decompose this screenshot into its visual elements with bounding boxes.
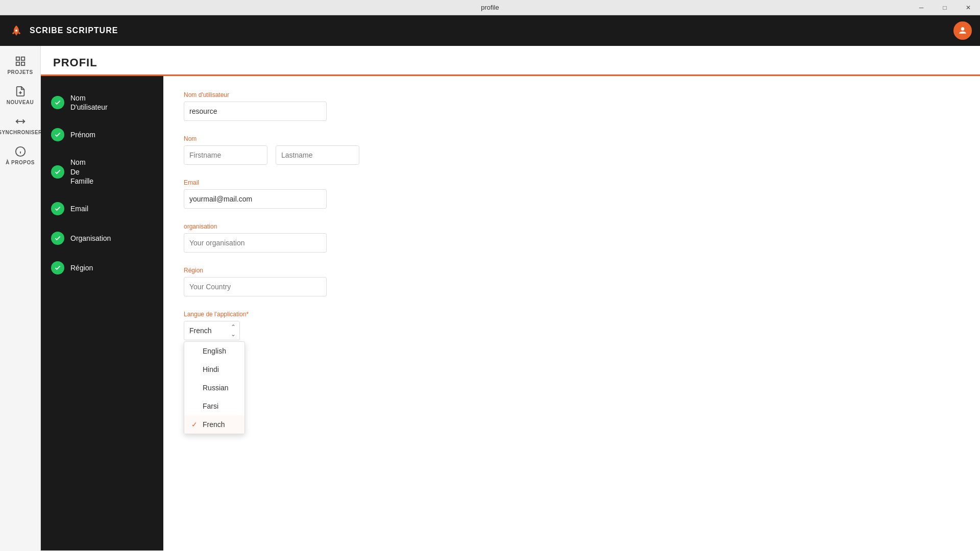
user-avatar[interactable] bbox=[953, 21, 972, 40]
name-row bbox=[184, 145, 960, 165]
region-input[interactable] bbox=[184, 277, 327, 296]
langue-dropdown: English Hindi Russian bbox=[184, 341, 245, 434]
profile-step-prenom[interactable]: Prénom bbox=[41, 121, 163, 148]
nom-section: Nom bbox=[184, 135, 960, 165]
username-section: Nom d'utilisateur bbox=[184, 91, 960, 121]
content-area: PROFIL NomD'utilisateur bbox=[41, 46, 980, 551]
dropdown-item-farsi[interactable]: Farsi bbox=[184, 397, 244, 415]
sync-icon bbox=[14, 115, 27, 128]
region-label: Région bbox=[184, 267, 960, 274]
profile-step-region[interactable]: Région bbox=[41, 254, 163, 282]
step-label-prenom: Prénom bbox=[70, 130, 95, 139]
username-label: Nom d'utilisateur bbox=[184, 91, 960, 98]
step-label-username: NomD'utilisateur bbox=[70, 93, 108, 112]
dropdown-label-russian: Russian bbox=[203, 384, 229, 392]
rocket-icon bbox=[8, 22, 24, 39]
dropdown-item-english[interactable]: English bbox=[184, 342, 244, 360]
langue-select-wrapper: French English Hindi Russian Farsi ⌃⌄ En… bbox=[184, 321, 240, 340]
svg-rect-4 bbox=[21, 62, 24, 65]
step-label-nom-famille: NomDeFamille bbox=[70, 158, 93, 186]
page-header: PROFIL bbox=[41, 46, 980, 76]
dropdown-label-hindi: Hindi bbox=[203, 365, 219, 373]
title-bar-controls: ─ □ ✕ bbox=[910, 0, 980, 15]
sidebar-label-projets: PROJETS bbox=[7, 69, 33, 75]
app-logo: SCRIBE SCRIPTURE bbox=[8, 22, 118, 39]
main-layout: PROJETS NOUVEAU SYNCHRONISE bbox=[0, 46, 980, 551]
minimize-button[interactable]: ─ bbox=[910, 0, 933, 15]
title-bar: profile ─ □ ✕ bbox=[0, 0, 980, 15]
step-check-username bbox=[51, 96, 64, 109]
svg-rect-1 bbox=[16, 57, 19, 60]
sidebar-item-apropos[interactable]: À PROPOS bbox=[3, 141, 38, 169]
svg-rect-2 bbox=[21, 57, 24, 60]
close-button[interactable]: ✕ bbox=[957, 0, 980, 15]
dropdown-item-russian[interactable]: Russian bbox=[184, 379, 244, 397]
sidebar: PROJETS NOUVEAU SYNCHRONISE bbox=[0, 46, 41, 551]
organisation-section: organisation bbox=[184, 223, 960, 253]
svg-point-0 bbox=[15, 30, 17, 32]
profile-step-email[interactable]: Email bbox=[41, 195, 163, 222]
maximize-button[interactable]: □ bbox=[933, 0, 957, 15]
lastname-input[interactable] bbox=[276, 145, 359, 165]
step-check-nom-famille bbox=[51, 165, 64, 179]
page-title: PROFIL bbox=[53, 56, 968, 69]
step-check-organisation bbox=[51, 232, 64, 245]
app-header: SCRIBE SCRIPTURE bbox=[0, 15, 980, 46]
profile-sidebar: NomD'utilisateur Prénom bbox=[41, 76, 163, 550]
info-icon bbox=[14, 145, 27, 158]
app-title: SCRIBE SCRIPTURE bbox=[30, 26, 118, 35]
step-label-region: Région bbox=[70, 263, 93, 272]
profile-step-nom-famille[interactable]: NomDeFamille bbox=[41, 151, 163, 193]
profile-layout: NomD'utilisateur Prénom bbox=[41, 76, 980, 550]
langue-section: Langue de l'application* French English … bbox=[184, 311, 960, 340]
dropdown-label-french: French bbox=[203, 420, 225, 429]
firstname-input[interactable] bbox=[184, 145, 267, 165]
dropdown-item-french[interactable]: ✓ French bbox=[184, 415, 244, 434]
step-check-email bbox=[51, 202, 64, 215]
check-french: ✓ bbox=[191, 420, 199, 429]
title-bar-text: profile bbox=[481, 4, 499, 11]
sidebar-label-apropos: À PROPOS bbox=[6, 160, 35, 165]
sidebar-label-synchroniser: SYNCHRONISER bbox=[0, 130, 42, 135]
email-label: Email bbox=[184, 179, 960, 186]
step-label-organisation: Organisation bbox=[70, 234, 111, 243]
profile-form: Nom d'utilisateur Nom Email bbox=[163, 76, 980, 550]
file-icon bbox=[14, 85, 27, 97]
region-section: Région bbox=[184, 267, 960, 296]
email-section: Email bbox=[184, 179, 960, 209]
email-input[interactable] bbox=[184, 189, 327, 209]
step-label-email: Email bbox=[70, 204, 88, 213]
profile-step-organisation[interactable]: Organisation bbox=[41, 224, 163, 252]
step-check-prenom bbox=[51, 128, 64, 141]
profile-step-username[interactable]: NomD'utilisateur bbox=[41, 86, 163, 119]
grid-icon bbox=[14, 55, 27, 67]
sidebar-label-nouveau: NOUVEAU bbox=[7, 99, 34, 105]
sidebar-item-projets[interactable]: PROJETS bbox=[3, 51, 38, 79]
langue-label: Langue de l'application* bbox=[184, 311, 960, 318]
dropdown-item-hindi[interactable]: Hindi bbox=[184, 360, 244, 379]
dropdown-label-english: English bbox=[203, 347, 226, 355]
organisation-input[interactable] bbox=[184, 233, 327, 253]
username-input[interactable] bbox=[184, 102, 327, 121]
step-check-region bbox=[51, 261, 64, 274]
sidebar-item-synchroniser[interactable]: SYNCHRONISER bbox=[3, 111, 38, 139]
sidebar-item-nouveau[interactable]: NOUVEAU bbox=[3, 81, 38, 109]
organisation-label: organisation bbox=[184, 223, 960, 230]
nom-label: Nom bbox=[184, 135, 960, 142]
langue-select[interactable]: French English Hindi Russian Farsi bbox=[184, 321, 240, 340]
dropdown-label-farsi: Farsi bbox=[203, 402, 218, 410]
svg-rect-3 bbox=[16, 62, 19, 65]
